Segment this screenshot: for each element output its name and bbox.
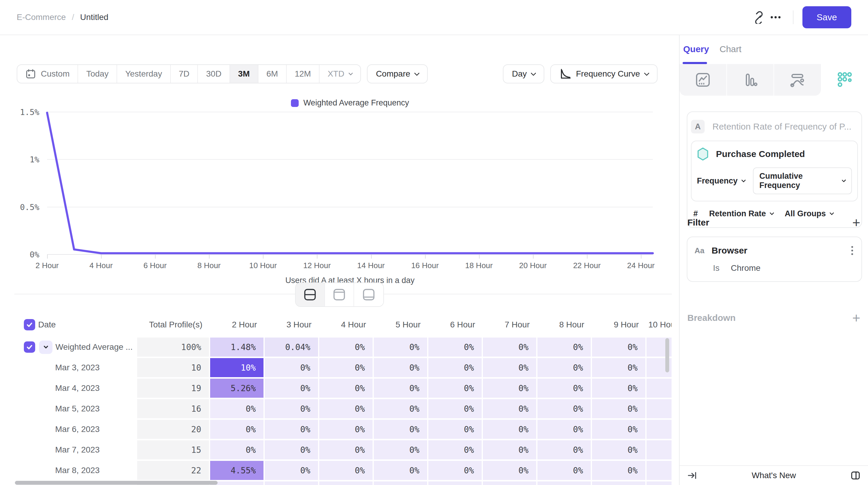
x-axis-tick: [317, 255, 317, 259]
query-card: A Retention Rate of Frequency of P... Pu…: [687, 111, 862, 228]
chevron-down-icon: [644, 70, 649, 76]
retention-cell: [210, 481, 265, 485]
filter-operator[interactable]: Is: [713, 263, 719, 273]
breakdown-section-header: Breakdown +: [687, 311, 860, 325]
layout-chart-only-button[interactable]: [325, 283, 354, 306]
range-today[interactable]: Today: [78, 65, 117, 83]
x-axis-tick-label: 2 Hour: [35, 261, 59, 270]
chart-style-button[interactable]: Frequency Curve: [550, 64, 657, 84]
more-menu-button[interactable]: [767, 9, 784, 26]
retention-cell: 0%: [537, 420, 592, 439]
range-custom[interactable]: Custom: [17, 65, 78, 83]
range-xtd[interactable]: XTD: [319, 65, 361, 83]
retention-cell: 0%: [537, 337, 592, 357]
vertical-scrollbar[interactable]: [665, 338, 669, 373]
x-axis-tick: [425, 255, 426, 259]
retention-cell: 0%: [647, 461, 672, 480]
retention-cell: 0%: [592, 379, 647, 398]
gridline: [47, 207, 653, 207]
frequency-curve-icon: [559, 68, 571, 80]
gridline: [47, 254, 653, 255]
retention-cell: 0%: [319, 399, 374, 418]
calendar-icon: [25, 68, 36, 79]
retention-cell: 1.48%: [210, 337, 265, 357]
whats-new-link[interactable]: What's New: [699, 471, 849, 480]
expand-row-button[interactable]: [39, 341, 53, 354]
tab-chart[interactable]: Chart: [719, 44, 741, 54]
chart-type-bar[interactable]: [726, 64, 774, 96]
y-axis-tick-label: 0%: [0, 250, 39, 259]
range-7d[interactable]: 7D: [171, 65, 198, 83]
filter-value[interactable]: Chrome: [731, 263, 761, 273]
granularity-button[interactable]: Day: [503, 64, 544, 84]
retention-cell: [483, 481, 537, 485]
y-axis-tick-label: 1.5%: [0, 107, 39, 117]
retention-cell: 0%: [374, 379, 428, 398]
save-button[interactable]: Save: [802, 6, 851, 28]
panel-layout-button[interactable]: [849, 469, 862, 482]
frequency-row: Frequency Cumulative Frequency: [697, 167, 852, 194]
chart-type-selector: [680, 64, 868, 96]
retention-cell: 0%: [428, 461, 483, 480]
string-type-icon: Aa: [694, 246, 704, 255]
range-30d[interactable]: 30D: [198, 65, 230, 83]
x-axis-tick: [209, 255, 210, 259]
column-header: 6 Hour: [428, 315, 483, 334]
x-axis-tick-label: 24 Hour: [627, 261, 655, 270]
compare-button[interactable]: Compare: [367, 64, 428, 84]
filter-kebab-menu[interactable]: [850, 245, 854, 256]
top-panel-icon: [333, 288, 346, 301]
layout-split-button[interactable]: [296, 283, 325, 306]
series-badge: A: [691, 120, 705, 133]
range-yesterday[interactable]: Yesterday: [117, 65, 171, 83]
range-12m[interactable]: 12M: [287, 65, 319, 83]
collapse-panel-button[interactable]: [686, 469, 699, 482]
date-cell: Mar 4, 2023: [14, 379, 137, 398]
retention-cell: [537, 481, 592, 485]
chart-type-flow[interactable]: [774, 64, 821, 96]
total-profiles-cell: 20: [137, 420, 210, 439]
layout-table-only-button[interactable]: [354, 283, 383, 306]
table-row: Mar 8, 2023224.55%0%0%0%0%0%0%0%0%: [14, 461, 672, 480]
retention-cell: 0%: [265, 399, 319, 418]
query-title[interactable]: Retention Rate of Frequency of P...: [712, 122, 851, 132]
event-row[interactable]: Purchase Completed: [697, 147, 852, 161]
chart-type-line[interactable]: [680, 64, 726, 96]
breadcrumb-project[interactable]: E-Commerce: [17, 12, 66, 22]
retention-cell: 0%: [537, 379, 592, 398]
add-filter-button[interactable]: +: [852, 216, 860, 229]
date-cell: Mar 5, 2023: [14, 399, 137, 418]
retention-cell: 0%: [537, 399, 592, 418]
retention-cell: 0%: [265, 461, 319, 480]
main-content: CustomTodayYesterday7D30D3M6M12MXTD Comp…: [0, 35, 679, 485]
retention-cell: 0%: [319, 337, 374, 357]
column-header: 2 Hour: [210, 315, 265, 334]
date-range-group: CustomTodayYesterday7D30D3M6M12MXTD: [17, 64, 361, 84]
column-header: 7 Hour: [483, 315, 537, 334]
breadcrumb-report-title[interactable]: Untitled: [80, 12, 108, 22]
frequency-selector[interactable]: Frequency: [697, 176, 745, 186]
retention-cell: 4.55%: [210, 461, 265, 480]
range-6m[interactable]: 6M: [258, 65, 287, 83]
range-3m[interactable]: 3M: [230, 65, 258, 83]
frequency-mode-selector[interactable]: Cumulative Frequency: [753, 167, 852, 194]
chart-type-frequency[interactable]: [821, 64, 868, 96]
horizontal-scrollbar[interactable]: [15, 481, 218, 485]
row-checkbox[interactable]: [24, 342, 35, 353]
retention-cell: [647, 481, 672, 485]
x-axis-tick: [263, 255, 264, 259]
chevron-down-icon: [741, 177, 746, 182]
column-header: Total Profile(s): [137, 315, 210, 334]
select-all-checkbox[interactable]: [24, 319, 35, 330]
filter-property[interactable]: Browser: [712, 246, 747, 256]
filter-section-header: Filter +: [687, 216, 860, 229]
x-axis-tick-label: 18 Hour: [465, 261, 493, 270]
retention-cell: 0%: [319, 358, 374, 377]
copy-link-button[interactable]: [750, 9, 767, 26]
tab-query[interactable]: Query: [683, 44, 709, 54]
x-axis-tick: [47, 255, 48, 259]
date-cell: Mar 8, 2023: [14, 461, 137, 480]
add-breakdown-button[interactable]: +: [852, 311, 860, 325]
date-cell: Mar 7, 2023: [14, 440, 137, 459]
date-cell: Mar 3, 2023: [14, 358, 137, 377]
